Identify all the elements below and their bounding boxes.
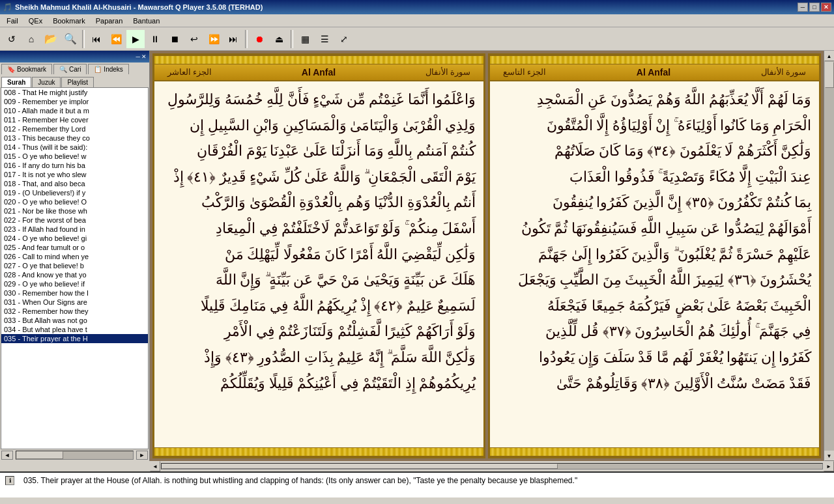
scrollbar-up-button[interactable]: ▲ xyxy=(824,51,835,61)
prev-button[interactable]: ⏪ xyxy=(107,30,125,48)
tab-juzuk[interactable]: Juzuk xyxy=(32,77,61,87)
list-item[interactable]: 017 - It is not ye who slew xyxy=(1,170,148,179)
next-end-button[interactable]: ⏭ xyxy=(224,30,242,48)
home-button[interactable]: ⌂ xyxy=(22,30,40,48)
h-scroll-left-btn[interactable]: ◄ xyxy=(150,461,160,471)
stop-icon: ⏹ xyxy=(170,34,179,44)
tab-bookmark[interactable]: 🔖 Bookmark xyxy=(1,64,52,74)
list-item[interactable]: 018 - That, and also beca xyxy=(1,179,148,188)
list-item[interactable]: 009 - Remember ye implor xyxy=(1,97,148,106)
list-item[interactable]: 015 - O ye who believe! w xyxy=(1,152,148,161)
list-item[interactable]: 022 - For the worst of bea xyxy=(1,216,148,225)
panel-close-button[interactable]: ✕ xyxy=(141,53,147,60)
surah-name-left: Al Anfal xyxy=(302,67,336,77)
h-scroll-track[interactable] xyxy=(161,463,823,469)
menu-paparan[interactable]: Paparan xyxy=(92,16,127,25)
back-icon: ↩ xyxy=(190,34,198,44)
close-button[interactable]: ✕ xyxy=(821,3,831,12)
tab-playlist-label: Playlist xyxy=(67,79,88,86)
verse-line: فَقَدْ مَضَتْ سُنَّتُ الْأَوَّلِينَ ﴿٣٨﴾… xyxy=(498,371,811,397)
menu-bantuan[interactable]: Bantuan xyxy=(129,16,164,25)
list-item[interactable]: 025 - And fear tumult or o xyxy=(1,243,148,252)
list-item[interactable]: 020 - O ye who believe! O xyxy=(1,197,148,206)
search-button[interactable]: 🔍 xyxy=(61,30,79,48)
h-scroll-right-btn[interactable]: ► xyxy=(824,461,834,471)
verse-list[interactable]: 008 - That He might justify 009 - Rememb… xyxy=(1,87,149,449)
verse-line: يُحْشَرُونَ ﴿٣٦﴾ لِيَمِيزَ اللَّهُ الْخَ… xyxy=(498,267,811,293)
list-item[interactable]: 012 - Remember thy Lord xyxy=(1,124,148,133)
tab-cari[interactable]: 🔍 Cari xyxy=(53,64,87,74)
list-item-selected[interactable]: 035 - Their prayer at the H xyxy=(1,334,148,343)
stop-button[interactable]: ⏹ xyxy=(165,30,184,48)
quran-scrollbar[interactable]: ▲ ▼ xyxy=(824,51,834,461)
pause-button[interactable]: ⏸ xyxy=(146,30,164,48)
verse-line: الْحَرَامِ وَمَا كَانُوا أَوْلِيَاءَهُ ۚ… xyxy=(498,113,811,139)
verse-line: بِمَا كُنتُمْ تَكْفُرُونَ ﴿٣٥﴾ إِنَّ الَ… xyxy=(498,189,811,216)
play-button[interactable]: ▶ xyxy=(126,30,145,48)
list-item[interactable]: 026 - Call to mind when ye xyxy=(1,252,148,261)
list-item[interactable]: 011 - Remember He cover xyxy=(1,115,148,124)
scroll-left-button[interactable]: ◄ xyxy=(1,451,13,460)
quran-page-right: الجزء التاسع Al Anfal سورة الأنفال وَمَا… xyxy=(488,53,821,458)
tab-surah[interactable]: Surah xyxy=(1,77,31,87)
tab-indeks[interactable]: 📋 Indeks xyxy=(88,64,128,74)
menu-bookmark[interactable]: Bookmark xyxy=(49,16,89,25)
surah-arabic-right: سورة الأنفال xyxy=(761,67,806,77)
titlebar-left: 🎵 Sheikh Mahmud Khalil Al-Khusairi - Maw… xyxy=(3,3,263,12)
verse-line: الْخَبِيثَ بَعْضَهُ عَلَىٰ بَعْضٍ فَيَرْ… xyxy=(498,293,811,319)
next-fast-button[interactable]: ⏩ xyxy=(205,30,223,48)
verse-line: كَفَرُوا إِن يَنتَهُوا يُغْفَرْ لَهُم مَ… xyxy=(498,344,811,371)
list-item[interactable]: 034 - But what plea have t xyxy=(1,325,148,334)
grid2-button[interactable]: ☰ xyxy=(315,30,334,48)
prev-start-button[interactable]: ⏮ xyxy=(87,30,106,48)
tab-playlist[interactable]: Playlist xyxy=(61,77,94,87)
h-scroll-thumb[interactable] xyxy=(162,464,558,469)
quran-area: الجزء العاشر Al Anfal سورة الأنفال وَاعْ… xyxy=(150,51,834,461)
scrollbar-track[interactable] xyxy=(824,61,835,451)
list-item[interactable]: 016 - If any do turn his ba xyxy=(1,161,148,170)
minimize-button[interactable]: ─ xyxy=(798,3,808,12)
scrollbar-down-button[interactable]: ▼ xyxy=(824,451,835,461)
titlebar-buttons[interactable]: ─ □ ✕ xyxy=(798,3,831,12)
grid1-button[interactable]: ▦ xyxy=(296,30,314,48)
back-button[interactable]: ↩ xyxy=(185,30,203,48)
menu-qex[interactable]: QEx xyxy=(25,16,46,25)
menu-fail[interactable]: Fail xyxy=(3,16,22,25)
list-item[interactable]: 010 - Allah made it but a m xyxy=(1,106,148,115)
statusbar: ℹ 035. Their prayer at the House (of All… xyxy=(0,471,834,497)
list-item[interactable]: 021 - Nor be like those wh xyxy=(1,206,148,216)
left-panel: ─ ✕ 🔖 Bookmark 🔍 Cari 📋 Indeks Surah xyxy=(0,51,150,461)
folder-icon: 📂 xyxy=(44,33,57,45)
record-icon: ⏺ xyxy=(255,34,264,44)
folder-button[interactable]: 📂 xyxy=(42,30,60,48)
verse-line: كُنتُمْ آمَنتُم بِاللَّهِ وَمَا أَنزَلْن… xyxy=(162,138,476,164)
maximize-button[interactable]: □ xyxy=(809,3,820,12)
list-item[interactable]: 032 - Remember how they xyxy=(1,307,148,316)
list-item[interactable]: 029 - O ye who believe! if xyxy=(1,279,148,288)
panel-titlebar: ─ ✕ xyxy=(0,51,149,63)
menubar: Fail QEx Bookmark Paparan Bantuan xyxy=(0,14,834,27)
refresh-button[interactable]: ↺ xyxy=(3,30,21,48)
list-item[interactable]: 028 - And know ye that yo xyxy=(1,270,148,279)
grid2-icon: ☰ xyxy=(321,34,329,44)
scroll-right-button[interactable]: ► xyxy=(136,451,148,460)
page-header-left: الجزء العاشر Al Anfal سورة الأنفال xyxy=(154,64,483,81)
list-item[interactable]: 008 - That He might justify xyxy=(1,88,148,97)
cari-icon: 🔍 xyxy=(59,66,67,73)
list-item[interactable]: 027 - O ye that believe! b xyxy=(1,261,148,270)
eject-button[interactable]: ⏏ xyxy=(270,30,288,48)
list-item[interactable]: 013 - This because they co xyxy=(1,133,148,143)
list-item[interactable]: 023 - If Allah had found in xyxy=(1,225,148,234)
list-item[interactable]: 031 - When Our Signs are xyxy=(1,298,148,307)
pages-container: الجزء العاشر Al Anfal سورة الأنفال وَاعْ… xyxy=(150,51,824,461)
list-item[interactable]: 030 - Remember how the l xyxy=(1,288,148,298)
list-item[interactable]: 014 - Thus (will it be said): xyxy=(1,143,148,152)
list-item[interactable]: 024 - O ye who believe! gi xyxy=(1,234,148,243)
horizontal-scrollbar[interactable]: ◄ ► xyxy=(150,461,834,471)
record-button[interactable]: ⏺ xyxy=(250,30,268,48)
list-item[interactable]: 019 - (O Unbelievers!) if y xyxy=(1,188,148,197)
panel-minimize-button[interactable]: ─ xyxy=(136,53,140,60)
expand-button[interactable]: ⤢ xyxy=(335,30,353,48)
scrollbar-thumb[interactable] xyxy=(825,62,834,88)
list-item[interactable]: 033 - But Allah was not go xyxy=(1,316,148,325)
